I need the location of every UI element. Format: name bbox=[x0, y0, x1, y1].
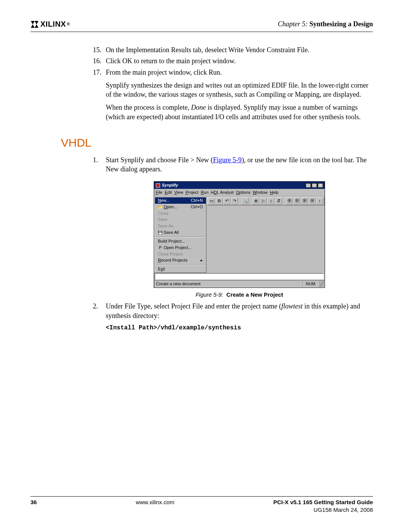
submenu-arrow-icon: ▸ bbox=[196, 257, 203, 263]
step-item: 1. Start Synplify and choose File > New … bbox=[95, 155, 373, 174]
step-item: 16.Click OK to return to the main projec… bbox=[95, 56, 373, 66]
menuitem-recent-projects[interactable]: Recent Projects▸ bbox=[155, 257, 206, 264]
shortcut: Ctrl+O bbox=[186, 204, 203, 210]
tool-zoom4-icon[interactable]: ⦿ bbox=[309, 198, 315, 204]
tool-find-icon[interactable]: 🔍 bbox=[242, 198, 249, 204]
menubar: File Edit View Project Run HDL Analyst O… bbox=[154, 189, 325, 197]
text-run: Start Synplify and choose File > New ( bbox=[106, 156, 213, 164]
document-area: ▭ ⧉ ↶ ↷ 🔍 ⊕ ▷ ⌂ ⇵ ⦿ bbox=[207, 197, 325, 273]
body-content: 15.On the Implementation Results tab, de… bbox=[95, 45, 373, 332]
menu-separator bbox=[155, 236, 206, 237]
status-text: Create a new document bbox=[154, 280, 302, 288]
tool-zoom3-icon[interactable]: ⦿ bbox=[301, 198, 308, 204]
statusbar: Create a new document NUM bbox=[154, 280, 325, 288]
workspace: New...Ctrl+N 📂Open...Ctrl+O Close Save S… bbox=[154, 197, 325, 273]
tool-new-icon[interactable]: ▭ bbox=[208, 198, 215, 204]
footer-doc-date: UG158 March 24, 2008 bbox=[273, 506, 373, 514]
titlebar-title: Synplify bbox=[162, 182, 178, 188]
menuitem-build-project[interactable]: Build Project... bbox=[155, 238, 206, 244]
xilinx-sigma-icon bbox=[30, 21, 39, 28]
menu-help[interactable]: Help bbox=[270, 190, 279, 195]
menu-hdl-analyst[interactable]: HDL Analyst bbox=[211, 190, 234, 195]
file-dropdown-menu: New...Ctrl+N 📂Open...Ctrl+O Close Save S… bbox=[154, 197, 207, 273]
saveall-icon: 💾 bbox=[158, 230, 162, 235]
menu-file[interactable]: File bbox=[156, 190, 162, 195]
page-footer: 36 www.xilinx.com PCI-X v5.1 165 Getting… bbox=[30, 496, 373, 514]
minimize-button[interactable]: _ bbox=[306, 183, 311, 188]
menu-view[interactable]: View bbox=[174, 190, 183, 195]
footer-url[interactable]: www.xilinx.com bbox=[37, 498, 274, 514]
menuitem-save: Save bbox=[155, 216, 206, 223]
shortcut: Ctrl+N bbox=[186, 198, 203, 203]
step-number: 1. bbox=[93, 155, 98, 165]
tool-copy-icon[interactable]: ⧉ bbox=[216, 198, 223, 204]
tool-redo-icon[interactable]: ↷ bbox=[231, 198, 238, 204]
chapter-title: Synthesizing a Design bbox=[309, 20, 373, 28]
menuitem-saveas: Save As... bbox=[155, 223, 206, 229]
menuitem-open[interactable]: 📂Open...Ctrl+O bbox=[155, 204, 206, 210]
empty-canvas bbox=[207, 206, 324, 256]
step-number: 16. bbox=[93, 56, 102, 66]
figure-caption-title: Create a New Project bbox=[226, 291, 283, 298]
text-run: When the process is complete, bbox=[106, 104, 191, 111]
tool-zoom1-icon[interactable]: ⦿ bbox=[286, 198, 293, 204]
footer-doc-info: PCI-X v5.1 165 Getting Started Guide UG1… bbox=[273, 498, 373, 514]
menu-project[interactable]: Project bbox=[185, 190, 198, 195]
status-num: NUM bbox=[302, 280, 319, 288]
menuitem-new[interactable]: New...Ctrl+N bbox=[155, 197, 206, 204]
footer-doc-title: PCI-X v5.1 165 Getting Started Guide bbox=[273, 498, 373, 506]
section-heading-vhdl: VHDL bbox=[61, 135, 373, 151]
step-item: 2. Under File Type, select Project File … bbox=[95, 302, 373, 320]
tool-tree-icon[interactable]: ⌂ bbox=[268, 198, 274, 204]
tool-sort-icon[interactable]: ↕ bbox=[316, 198, 323, 204]
step-text: Click OK to return to the main project w… bbox=[106, 57, 236, 65]
step-item: 17.From the main project window, click R… bbox=[95, 68, 373, 77]
close-button[interactable]: × bbox=[318, 183, 323, 188]
tool-zoom2-icon[interactable]: ⦿ bbox=[293, 198, 300, 204]
menuitem-close: Close bbox=[155, 210, 206, 217]
step-text: On the Implementation Results tab, desel… bbox=[106, 46, 309, 54]
synplify-window: Synplify _ □ × File Edit View Project Ru… bbox=[154, 181, 325, 288]
document-page: XILINX ® Chapter 5: Synthesizing a Desig… bbox=[0, 0, 411, 532]
chapter-prefix: Chapter 5: bbox=[278, 20, 309, 28]
tool-updown-icon[interactable]: ⇵ bbox=[275, 198, 282, 204]
menuitem-close-project: Close Project bbox=[155, 251, 206, 257]
maximize-button[interactable]: □ bbox=[312, 183, 317, 188]
titlebar: Synplify _ □ × bbox=[154, 182, 325, 189]
app-icon bbox=[156, 183, 160, 188]
svg-rect-0 bbox=[156, 184, 160, 187]
menu-run[interactable]: Run bbox=[201, 190, 209, 195]
window-controls: _ □ × bbox=[306, 183, 323, 188]
brand-logo: XILINX ® bbox=[30, 19, 70, 29]
tool-undo-icon[interactable]: ↶ bbox=[223, 198, 230, 204]
text-emphasis: Done bbox=[191, 104, 206, 111]
menu-edit[interactable]: Edit bbox=[165, 190, 172, 195]
page-header: XILINX ® Chapter 5: Synthesizing a Desig… bbox=[30, 19, 373, 32]
menuitem-exit[interactable]: Exit bbox=[155, 266, 206, 272]
open-icon: 📂 bbox=[158, 204, 162, 210]
step-item: 15.On the Implementation Results tab, de… bbox=[95, 45, 373, 54]
step-list-b2: 2. Under File Type, select Project File … bbox=[95, 302, 373, 320]
step-list-b: 1. Start Synplify and choose File > New … bbox=[95, 155, 373, 174]
figure-reference-link[interactable]: Figure 5-9 bbox=[213, 156, 242, 164]
step-list-a: 15.On the Implementation Results tab, de… bbox=[95, 45, 373, 77]
figure-caption-prefix: Figure 5-9: bbox=[196, 291, 223, 298]
menu-options[interactable]: Options bbox=[236, 190, 250, 195]
paragraph: Synplify synthesizes the design and writ… bbox=[95, 81, 373, 99]
menu-separator bbox=[155, 264, 206, 265]
brand-text: XILINX bbox=[40, 19, 66, 29]
chapter-label: Chapter 5: Synthesizing a Design bbox=[278, 19, 373, 29]
log-area bbox=[155, 273, 324, 280]
tool-add-icon[interactable]: ⊕ bbox=[252, 198, 259, 204]
menuitem-new-label: N bbox=[158, 198, 161, 203]
tool-run-icon[interactable]: ▷ bbox=[260, 198, 267, 204]
menuitem-saveall[interactable]: 💾Save All bbox=[155, 229, 206, 236]
step-number: 17. bbox=[93, 68, 102, 77]
brand-reg: ® bbox=[67, 21, 70, 27]
figure-5-9: Synplify _ □ × File Edit View Project Ru… bbox=[106, 181, 373, 299]
step-number: 2. bbox=[93, 302, 98, 311]
menu-window[interactable]: Window bbox=[253, 190, 268, 195]
resize-grip-icon[interactable] bbox=[319, 280, 325, 288]
menuitem-open-project[interactable]: POpen Project... bbox=[155, 244, 206, 251]
page-number: 36 bbox=[30, 498, 37, 514]
